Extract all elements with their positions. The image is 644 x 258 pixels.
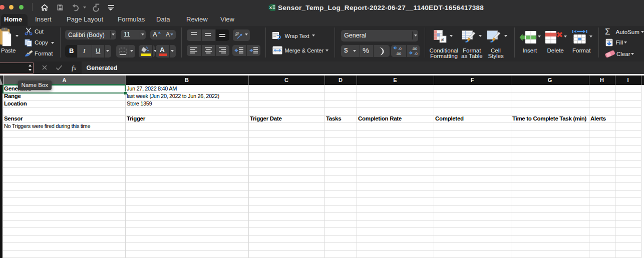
svg-text:.00: .00 xyxy=(396,52,402,56)
svg-text:X: X xyxy=(269,6,272,10)
svg-text:≠: ≠ xyxy=(441,36,444,42)
svg-text:.00: .00 xyxy=(412,46,418,51)
svg-text:.0: .0 xyxy=(398,46,402,51)
svg-text:.0: .0 xyxy=(414,52,418,56)
